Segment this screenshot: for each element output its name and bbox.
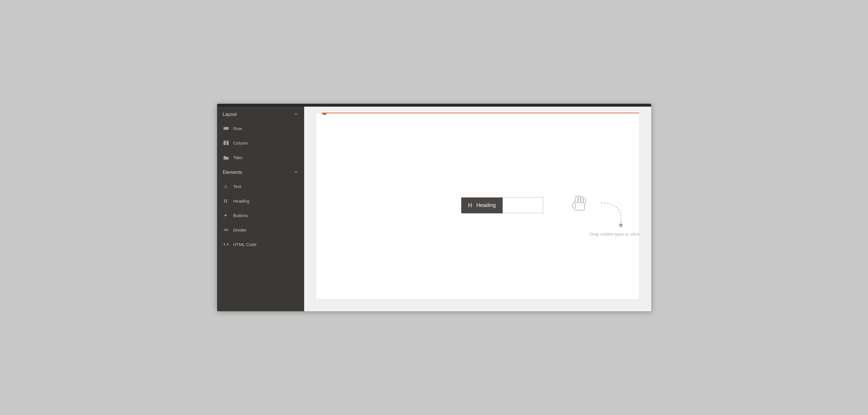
elements-chevron-icon[interactable] (294, 170, 298, 175)
tabs-icon (223, 154, 229, 161)
sidebar-item-tabs-label: Tabs (233, 155, 243, 160)
svg-rect-13 (578, 196, 581, 203)
svg-rect-2 (227, 141, 228, 145)
layout-section-header: Layout (217, 107, 304, 121)
sidebar-item-buttons-label: Buttons (233, 213, 248, 218)
svg-rect-15 (583, 198, 586, 203)
canvas-area[interactable]: ROW H Heading (316, 112, 640, 300)
svg-rect-14 (581, 197, 583, 203)
svg-rect-4 (224, 157, 228, 160)
row-line (325, 113, 639, 113)
svg-marker-16 (618, 223, 623, 228)
sidebar-item-row-label: Row (233, 126, 242, 131)
sidebar-item-html-code-label: HTML Code (233, 242, 256, 247)
heading-block-label: Heading (476, 202, 496, 208)
svg-rect-1 (224, 141, 225, 145)
sidebar: Layout Row Colum (217, 104, 304, 311)
drag-area: H Heading (461, 197, 544, 213)
svg-text:H: H (224, 199, 227, 203)
sidebar-item-buttons[interactable]: Buttons (217, 208, 304, 222)
drop-target-box (503, 197, 543, 213)
sidebar-item-tabs[interactable]: Tabs (217, 150, 304, 165)
heading-icon: H (223, 198, 229, 204)
sidebar-item-heading-label: Heading (233, 199, 250, 203)
sidebar-item-divider-label: Divider (233, 228, 247, 233)
layout-section-label: Layout (223, 112, 237, 117)
sidebar-item-row[interactable]: Row (217, 121, 304, 136)
drag-element-row: H Heading (461, 197, 544, 213)
sidebar-item-text-label: Text (233, 184, 242, 189)
html-icon (223, 241, 229, 247)
elements-section-label: Elements (223, 170, 242, 175)
sidebar-item-html-code[interactable]: HTML Code (217, 237, 304, 251)
elements-section-header: Elements (217, 165, 304, 179)
buttons-icon (223, 212, 229, 218)
divider-icon (223, 227, 229, 233)
layout-chevron-icon[interactable] (294, 112, 298, 117)
text-icon: A (223, 183, 229, 189)
curved-arrow (595, 200, 629, 230)
row-icon (223, 125, 229, 132)
svg-rect-0 (224, 127, 228, 130)
svg-rect-11 (572, 203, 576, 208)
main-content: ROW H Heading (304, 104, 651, 311)
app-window: Layout Row Colum (217, 104, 651, 311)
sidebar-item-text[interactable]: A Text (217, 179, 304, 194)
sidebar-item-column[interactable]: Column (217, 136, 304, 150)
heading-h-icon: H (468, 202, 472, 209)
drag-hint-text: Drag content types or columns (590, 232, 639, 237)
svg-marker-7 (225, 214, 227, 216)
heading-block[interactable]: H Heading (461, 197, 503, 213)
column-icon (223, 140, 229, 146)
hand-cursor (571, 194, 587, 214)
sidebar-item-column-label: Column (233, 141, 248, 145)
svg-text:A: A (224, 184, 227, 189)
sidebar-item-divider[interactable]: Divider (217, 222, 304, 237)
svg-rect-12 (576, 197, 578, 203)
sidebar-item-heading[interactable]: H Heading (217, 194, 304, 208)
